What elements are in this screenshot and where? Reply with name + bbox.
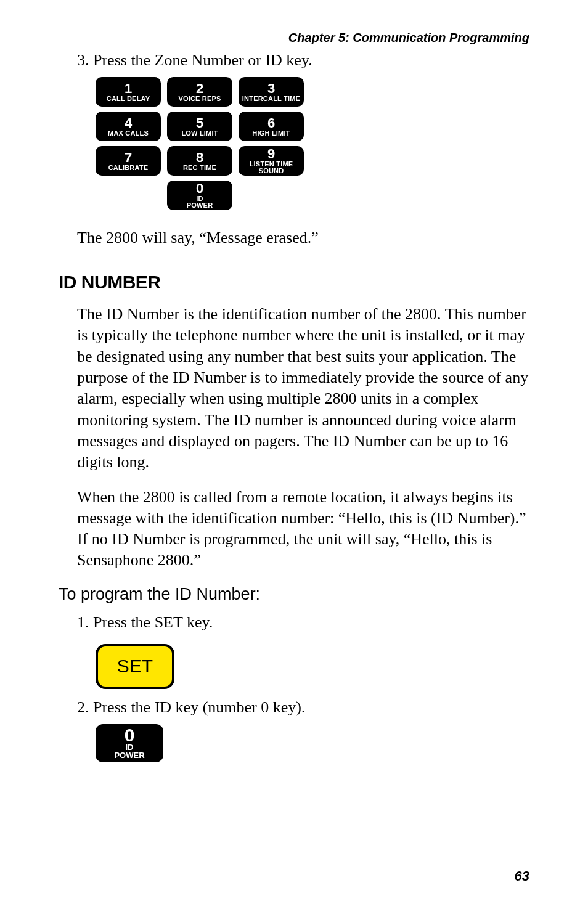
key-9-number: 9: [267, 147, 275, 161]
subhead-to-program-id: To program the ID Number:: [59, 585, 529, 604]
key-0-label-line2: POWER: [187, 202, 213, 209]
id-key-0-label-line2: POWER: [114, 751, 144, 760]
step-3-text: 3. Press the Zone Number or ID key.: [77, 51, 529, 70]
key-6-label: HIGH LIMIT: [252, 130, 290, 137]
set-key-label: SET: [117, 656, 153, 677]
page-number: 63: [515, 868, 529, 884]
key-7-label: CALIBRATE: [108, 165, 149, 171]
section-heading-id-number: ID NUMBER: [59, 272, 529, 293]
key-7-calibrate[interactable]: 7 CALIBRATE: [96, 146, 161, 176]
key-0-number: 0: [196, 182, 203, 195]
key-1-label: CALL DELAY: [107, 96, 150, 102]
key-0-label: IDPOWER: [187, 195, 213, 209]
set-key-button[interactable]: SET: [96, 644, 174, 689]
key-9-label: LISTEN TIME SOUND: [250, 161, 293, 174]
key-4-number: 4: [125, 116, 132, 130]
paragraph-1: The ID Number is the identification numb…: [77, 304, 529, 473]
key-6-high-limit[interactable]: 6 HIGH LIMIT: [239, 112, 304, 141]
key-3-number: 3: [267, 82, 275, 96]
id-key-0-number: 0: [125, 727, 135, 743]
key-1-call-delay[interactable]: 1 CALL DELAY: [96, 77, 161, 107]
key-4-label: MAX CALLS: [108, 130, 149, 137]
result-text: The 2800 will say, “Message erased.”: [77, 229, 529, 247]
key-2-label: VOICE REPS: [178, 96, 221, 102]
keypad-grid: 1 CALL DELAY 2 VOICE REPS 3 INTERCALL TI…: [96, 77, 304, 210]
key-5-low-limit[interactable]: 5 LOW LIMIT: [167, 112, 232, 141]
key-3-label: INTERCALL TIME: [242, 96, 300, 102]
id-key-0-label: IDPOWER: [114, 743, 144, 760]
step-2-text: 2. Press the ID key (number 0 key).: [77, 698, 529, 717]
key-2-number: 2: [196, 82, 203, 96]
key-8-label: REC TIME: [183, 165, 216, 171]
key-3-intercall-time[interactable]: 3 INTERCALL TIME: [239, 77, 304, 107]
key-1-number: 1: [125, 82, 132, 96]
key-5-label: LOW LIMIT: [181, 130, 218, 137]
key-8-number: 8: [196, 151, 203, 165]
key-6-number: 6: [267, 116, 275, 130]
key-4-max-calls[interactable]: 4 MAX CALLS: [96, 112, 161, 141]
key-0-id-power[interactable]: 0 IDPOWER: [167, 181, 232, 210]
key-7-number: 7: [125, 151, 132, 165]
key-2-voice-reps[interactable]: 2 VOICE REPS: [167, 77, 232, 107]
key-9-listen-time-sound[interactable]: 9 LISTEN TIME SOUND: [239, 146, 304, 176]
paragraph-2: When the 2800 is called from a remote lo…: [77, 487, 529, 571]
running-header: Chapter 5: Communication Programming: [59, 31, 529, 45]
key-5-number: 5: [196, 116, 203, 130]
key-8-rec-time[interactable]: 8 REC TIME: [167, 146, 232, 176]
step-1-text: 1. Press the SET key.: [77, 613, 529, 632]
id-key-0-button[interactable]: 0 IDPOWER: [96, 724, 163, 762]
